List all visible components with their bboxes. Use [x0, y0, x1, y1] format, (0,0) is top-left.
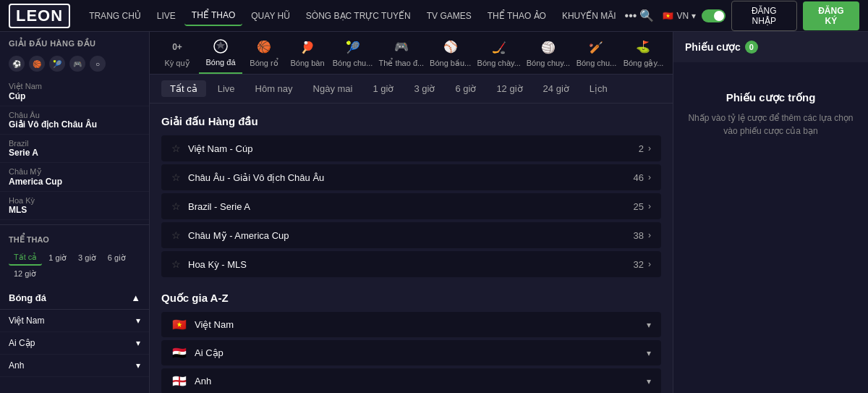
tab-bong-da[interactable]: Bóng đá	[199, 32, 242, 74]
league-row-mls[interactable]: ☆ Hoa Kỳ - MLS 32 ›	[161, 251, 661, 277]
language-label: VN	[676, 11, 689, 21]
center-content: 0+ Kỳ quỹ Bóng đá 🏀 Bóng rổ 🏓 Bóng bàn 🎾…	[150, 32, 673, 393]
nav-khuyen-mai[interactable]: KHUYẾN MÃI	[555, 7, 624, 25]
star-icon-eu[interactable]: ☆	[171, 172, 181, 183]
bong-ban-icon: 🏓	[299, 38, 316, 56]
sidebar-filter-12h[interactable]: 12 giờ	[9, 267, 41, 281]
sidebar-basketball-icon[interactable]: 🏀	[29, 56, 45, 72]
filter-schedule[interactable]: Lịch	[581, 80, 616, 97]
tennis-icon: 🎾	[344, 38, 362, 56]
flag-vn: 🇻🇳	[171, 320, 187, 330]
sidebar-more-icon[interactable]: ○	[90, 56, 106, 72]
league-row-eu[interactable]: ☆ Châu Âu - Giải Vô địch Châu Âu 46 ›	[161, 164, 661, 190]
sidebar-sport-bongda[interactable]: Bóng đá ▲	[0, 287, 149, 310]
bet-slip-title-row: Phiếu cược 0	[685, 41, 758, 54]
filter-3h[interactable]: 3 giờ	[405, 80, 443, 97]
ky-quy-icon: 0+	[169, 38, 186, 56]
star-icon-brazil[interactable]: ☆	[171, 200, 181, 212]
sidebar-league-brazil[interactable]: Brazil Serie A	[0, 135, 149, 163]
star-icon-mls[interactable]: ☆	[171, 258, 181, 270]
featured-section: Giải đấu Hàng đầu ☆ Việt Nam - Cúp 2 › ☆…	[150, 103, 673, 292]
sidebar-filter-1h[interactable]: 1 giờ	[43, 251, 72, 265]
filter-today[interactable]: Hôm nay	[247, 80, 302, 97]
league-row-brazil[interactable]: ☆ Brazil - Serie A 25 ›	[161, 193, 661, 219]
filter-live[interactable]: Live	[209, 80, 244, 97]
tab-bong-ban[interactable]: 🏓 Bóng bàn	[286, 33, 329, 73]
baseball-icon: ⚾	[442, 38, 459, 56]
league-row-america[interactable]: ☆ Châu Mỹ - America Cup 38 ›	[161, 222, 661, 248]
nav-quay-hu[interactable]: QUAY HŨ	[244, 7, 297, 25]
language-selector[interactable]: 🇻🇳 VN ▾	[663, 11, 696, 21]
sidebar-country-eg[interactable]: Ai Cập ▾	[0, 332, 149, 355]
star-icon-vn[interactable]: ☆	[171, 143, 181, 154]
bet-slip-empty: Phiếu cược trống Nhấp vào tỷ lệ cược để …	[673, 62, 868, 166]
sidebar-tennis-icon[interactable]: 🎾	[49, 56, 65, 72]
sport-tabs-bar: 0+ Kỳ quỹ Bóng đá 🏀 Bóng rổ 🏓 Bóng bàn 🎾…	[150, 32, 673, 75]
search-icon[interactable]: 🔍	[637, 6, 657, 25]
league-count-mls: 32	[634, 259, 644, 270]
nav-the-thao-ao[interactable]: THỂ THAO ẢO	[480, 7, 553, 25]
tab-bong-ro[interactable]: 🏀 Bóng rổ	[242, 33, 286, 74]
sidebar-filter-all[interactable]: Tất cả	[9, 250, 42, 266]
nav-the-thao[interactable]: THỂ THAO	[184, 6, 242, 26]
tab-ky-quy[interactable]: 0+ Kỳ quỹ	[156, 33, 199, 74]
sidebar-filter-3h[interactable]: 3 giờ	[73, 251, 101, 265]
sidebar-country-vn[interactable]: Việt Nam ▾	[0, 310, 149, 332]
star-icon-america[interactable]: ☆	[171, 229, 181, 241]
sidebar-featured-title: GIẢI ĐẤU HÀNG ĐẦU	[0, 32, 149, 53]
nav-tv-games[interactable]: TV GAMES	[420, 7, 479, 25]
country-name-gb: Anh	[195, 376, 647, 386]
bong-da-icon	[212, 38, 229, 55]
sidebar-country-eg-chevron: ▾	[136, 338, 140, 348]
bet-slip-title: Phiếu cược	[685, 41, 741, 53]
country-chevron-gb: ▾	[647, 376, 651, 386]
tab-cricket[interactable]: 🏏 Bóng chu...	[573, 33, 620, 73]
esports-icon: 🎮	[393, 38, 410, 56]
league-name-vn: Việt Nam - Cúp	[188, 143, 639, 154]
register-button[interactable]: ĐĂNG KÝ	[803, 1, 859, 30]
nav-right: 🔍 🇻🇳 VN ▾ ĐĂNG NHẬP ĐĂNG KÝ	[637, 1, 859, 31]
tab-hockey[interactable]: 🏒 Bóng chày...	[475, 33, 524, 73]
bet-slip-count: 0	[745, 41, 758, 54]
league-arrow-eu: ›	[648, 172, 651, 182]
sidebar-sport-icons: ⚽ 🏀 🎾 🎮 ○	[0, 53, 149, 77]
tab-baseball[interactable]: ⚾ Bóng bầu...	[427, 33, 475, 74]
sidebar-league-mls[interactable]: Hoa Kỳ MLS	[0, 192, 149, 220]
more-menu-icon[interactable]: •••	[625, 9, 637, 22]
logo[interactable]: LEON	[9, 4, 70, 28]
filter-all[interactable]: Tất cả	[161, 80, 206, 97]
nav-live[interactable]: LIVE	[150, 7, 183, 25]
filter-24h[interactable]: 24 giờ	[535, 80, 578, 97]
sidebar-soccer-icon[interactable]: ⚽	[9, 56, 25, 72]
league-row-vn[interactable]: ☆ Việt Nam - Cúp 2 ›	[161, 135, 661, 161]
header: LEON TRANG CHỦ LIVE THỂ THAO QUAY HŨ SÒN…	[0, 0, 868, 32]
sidebar-game-icon[interactable]: 🎮	[69, 56, 85, 72]
country-row-eg[interactable]: 🇪🇬 Ai Cập ▾	[161, 340, 661, 365]
sidebar-time-filters: Tất cả 1 giờ 3 giờ 6 giờ 12 giờ	[0, 248, 149, 287]
tab-esports[interactable]: 🎮 Thể thao đ...	[376, 33, 427, 74]
sidebar-country-gb[interactable]: Anh ▾	[0, 355, 149, 377]
sidebar-league-eu[interactable]: Châu Âu Giải Vô địch Châu Âu	[0, 106, 149, 135]
filter-12h[interactable]: 12 giờ	[488, 80, 531, 97]
tab-tennis[interactable]: 🎾 Bóng chu...	[329, 33, 376, 73]
tab-volleyball[interactable]: 🏐 Bóng chuy...	[524, 33, 573, 73]
nav-song-bac[interactable]: SÒNG BẠC TRỰC TUYẾN	[299, 7, 418, 25]
vn-flag-icon: 🇻🇳	[663, 11, 673, 21]
tab-golf[interactable]: ⛳ Bóng gậy...	[620, 33, 667, 74]
country-row-vn[interactable]: 🇻🇳 Việt Nam ▾	[161, 312, 661, 337]
sidebar-filter-6h[interactable]: 6 giờ	[103, 251, 131, 265]
filter-1h[interactable]: 1 giờ	[364, 80, 402, 97]
tab-tennis-label: Bóng chu...	[333, 59, 373, 67]
theme-toggle[interactable]	[702, 9, 726, 22]
sidebar-league-america[interactable]: Châu Mỹ America Cup	[0, 163, 149, 192]
tab-bong-da-label: Bóng đá	[206, 58, 236, 67]
league-name-america: Châu Mỹ - America Cup	[188, 230, 634, 241]
tab-esports-label: Thể thao đ...	[379, 59, 425, 68]
sidebar-league-vn[interactable]: Việt Nam Cúp	[0, 77, 149, 106]
login-button[interactable]: ĐĂNG NHẬP	[731, 1, 797, 31]
country-row-gb[interactable]: 🏴󠁧󠁢󠁥󠁮󠁧󠁿 Anh ▾	[161, 368, 661, 393]
tab-bong-ban-label: Bóng bàn	[290, 59, 324, 67]
nav-trang-chu[interactable]: TRANG CHỦ	[82, 7, 148, 25]
filter-6h[interactable]: 6 giờ	[446, 80, 485, 97]
filter-tomorrow[interactable]: Ngày mai	[305, 80, 362, 97]
